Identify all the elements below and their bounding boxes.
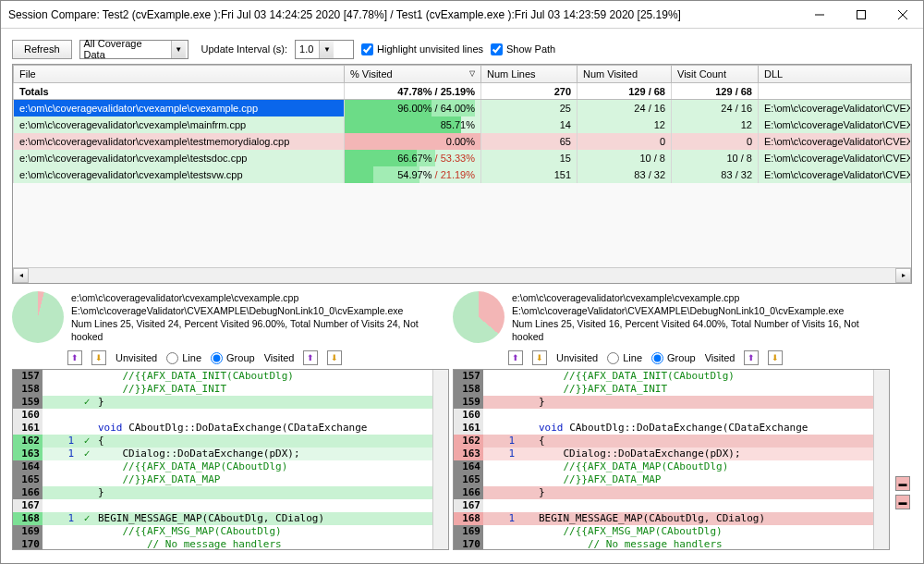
pane-controls-left: ⬆ ⬇ Unvisited Line Group Visited ⬆ ⬇ [67, 350, 449, 365]
coverage-filter-combo[interactable]: All Coverage Data ▼ [79, 40, 188, 59]
show-path-check[interactable]: Show Path [491, 43, 555, 55]
code-viewer-left[interactable]: 1571581591601611621631641651661671681691… [12, 369, 449, 550]
mode-group-radio[interactable]: Group [211, 352, 255, 364]
sort-desc-icon: ▽ [469, 69, 475, 78]
code-viewer-right[interactable]: 1571581591601611621631641651661671681691… [453, 369, 890, 550]
table-row[interactable]: e:\om\c\coveragevalidator\cvexample\test… [14, 150, 911, 166]
col-lines[interactable]: Num Lines [481, 66, 578, 83]
col-visited[interactable]: Num Visited [578, 66, 672, 83]
up-arrow-icon[interactable]: ⬆ [67, 350, 82, 365]
table-row[interactable]: e:\om\c\coveragevalidator\cvexample\test… [14, 166, 911, 183]
down-arrow-icon[interactable]: ⬇ [532, 350, 547, 365]
pane-info-left: e:\om\c\coveragevalidator\cvexample\cvex… [71, 291, 449, 343]
chevron-down-icon: ▼ [171, 41, 186, 58]
refresh-button[interactable]: Refresh [12, 40, 72, 59]
update-interval-combo[interactable]: 1.0 ▼ [295, 40, 354, 59]
highlight-unvisited-checkbox[interactable] [361, 43, 373, 55]
highlight-unvisited-check[interactable]: Highlight unvisited lines [361, 43, 483, 55]
side-toolbar: ▬ ▬ [894, 291, 912, 550]
right-pane: e:\om\c\coveragevalidator\cvexample\cvex… [453, 291, 890, 550]
coverage-filter-value: All Coverage Data [84, 38, 165, 60]
maximize-button[interactable] [840, 1, 881, 28]
col-file[interactable]: File [14, 66, 345, 83]
code-vscrollbar[interactable] [432, 370, 448, 549]
col-dll[interactable]: DLL [759, 66, 911, 83]
grid-totals-row: Totals 47.78% / 25.19% 270 129 / 68 129 … [14, 83, 911, 100]
up-arrow-icon[interactable]: ⬆ [303, 350, 318, 365]
minimize-button[interactable] [798, 1, 840, 28]
pane-info-right: e:\om\c\coveragevalidator\cvexample\cvex… [512, 291, 890, 343]
code-vscrollbar[interactable] [873, 370, 889, 549]
table-row[interactable]: e:\om\c\coveragevalidator\cvexample\cvex… [14, 100, 911, 116]
coverage-pie-right [453, 291, 505, 343]
left-pane: e:\om\c\coveragevalidator\cvexample\cvex… [12, 291, 449, 550]
col-pct[interactable]: % Visited▽ [345, 66, 481, 83]
marker-red-icon[interactable]: ▬ [895, 476, 910, 491]
grid-hscrollbar[interactable]: ◂ ▸ [13, 267, 911, 283]
toolbar: Refresh All Coverage Data ▼ Update Inter… [1, 34, 923, 64]
col-count[interactable]: Visit Count [672, 66, 759, 83]
titlebar: Session Compare: Test2 (cvExample.exe ):… [1, 1, 923, 29]
up-arrow-icon[interactable]: ⬆ [744, 350, 759, 365]
marker-red-icon[interactable]: ▬ [895, 495, 910, 509]
chevron-down-icon: ▼ [319, 41, 334, 58]
scroll-right-icon[interactable]: ▸ [895, 268, 911, 283]
close-button[interactable] [881, 1, 923, 28]
down-arrow-icon[interactable]: ⬇ [768, 350, 783, 365]
table-row[interactable]: e:\om\c\coveragevalidator\cvexample\main… [14, 116, 911, 133]
mode-line-radio[interactable]: Line [607, 352, 642, 364]
pane-controls-right: ⬆ ⬇ Unvisited Line Group Visited ⬆ ⬇ [508, 350, 890, 365]
scroll-left-icon[interactable]: ◂ [13, 268, 29, 283]
svg-rect-1 [857, 10, 865, 18]
show-path-checkbox[interactable] [491, 43, 503, 55]
grid-header-row: File % Visited▽ Num Lines Num Visited Vi… [14, 66, 911, 83]
window-title: Session Compare: Test2 (cvExample.exe ):… [8, 8, 798, 21]
coverage-pie-left [12, 291, 64, 343]
coverage-grid[interactable]: File % Visited▽ Num Lines Num Visited Vi… [12, 64, 912, 284]
up-arrow-icon[interactable]: ⬆ [508, 350, 523, 365]
mode-line-radio[interactable]: Line [166, 352, 201, 364]
down-arrow-icon[interactable]: ⬇ [327, 350, 342, 365]
mode-group-radio[interactable]: Group [651, 352, 696, 364]
down-arrow-icon[interactable]: ⬇ [91, 350, 106, 365]
update-interval-label: Update Interval (s): [201, 43, 288, 55]
table-row[interactable]: e:\om\c\coveragevalidator\cvexample\test… [14, 133, 911, 150]
update-interval-value: 1.0 [299, 43, 313, 55]
